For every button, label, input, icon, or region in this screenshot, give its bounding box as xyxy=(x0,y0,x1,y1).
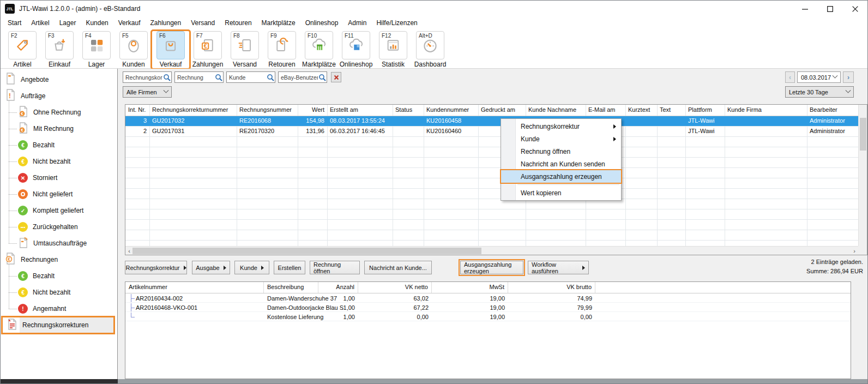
menu-zahlungen[interactable]: Zahlungen xyxy=(145,18,186,28)
toolbar-button-statistik[interactable]: F12 Statistik xyxy=(375,31,412,68)
date-prev-button[interactable]: ‹ xyxy=(785,71,795,83)
sidebar-item-nicht-geliefert[interactable]: Nicht geliefert xyxy=(1,186,117,202)
article-row[interactable]: AR20160468-VKO-001 Damen-Outdoorjacke Bl… xyxy=(125,303,851,312)
column-header[interactable]: Rechnungsnummer xyxy=(237,105,298,116)
scrollbar-thumb[interactable] xyxy=(132,248,481,254)
sidebar-item-umtauschauftraege[interactable]: Umtauschaufträge xyxy=(1,235,117,251)
ausgangszahlung-erzeugen-button[interactable]: Ausgangszahlung erzeugen xyxy=(460,261,523,274)
toolbar-button-marktplaetze[interactable]: F10 Marktplätze xyxy=(300,31,337,68)
toolbar-button-einkauf[interactable]: F3 Einkauf xyxy=(41,31,78,68)
ausgabe-menu-button[interactable]: Ausgabe xyxy=(192,261,230,274)
context-item-wert-kopieren[interactable]: Wert kopieren xyxy=(501,187,621,199)
kunde-search-input[interactable] xyxy=(229,72,266,82)
menu-lager[interactable]: Lager xyxy=(55,18,81,28)
horizontal-scrollbar[interactable]: ‹ › xyxy=(125,246,858,255)
menu-start[interactable]: Start xyxy=(3,18,26,28)
column-header[interactable]: Int. Nr. xyxy=(125,105,149,116)
menu-admin[interactable]: Admin xyxy=(343,18,371,28)
toolbar-button-dashboard[interactable]: Alt+D Dashboard xyxy=(412,31,449,68)
context-item-kunde[interactable]: Kunde xyxy=(501,133,621,145)
column-header[interactable]: Erstellt am xyxy=(327,105,393,116)
sidebar-item-komplett-geliefert[interactable]: ✓ Komplett geliefert xyxy=(1,202,117,219)
column-header[interactable]: VK brutto xyxy=(508,282,595,293)
sidebar-item-rechnungskorrekturen[interactable]: Rechnungskorrekturen xyxy=(2,317,114,333)
date-picker[interactable]: 08.03.2017 xyxy=(797,71,841,83)
sidebar-item-angebote[interactable]: Angebote xyxy=(1,71,117,88)
toolbar-button-verkauf[interactable]: F6 Verkauf xyxy=(152,31,189,68)
article-row[interactable]: Kostenlose Lieferung 1,00 0,00 19,00 0,0… xyxy=(125,312,851,321)
column-header[interactable]: Rechnungskorrekturnummer xyxy=(149,105,237,116)
toolbar-button-zahlungen[interactable]: F7 € Zahlungen xyxy=(189,31,226,68)
column-header[interactable]: Kunde Nachname xyxy=(526,105,586,116)
company-filter-dropdown[interactable]: Alle Firmen xyxy=(123,86,172,98)
close-button[interactable] xyxy=(842,1,867,17)
scroll-left-icon[interactable]: ‹ xyxy=(125,247,133,255)
rechnung-search-input[interactable] xyxy=(177,72,214,82)
sidebar-item-rechnungen-nicht-bezahlt[interactable]: € Nicht bezahlt xyxy=(1,284,117,301)
menu-onlineshop[interactable]: Onlineshop xyxy=(300,18,343,28)
table-row[interactable]: 3 GU2017032 RE2016068 154,98 08.03.2017 … xyxy=(125,116,867,127)
column-header[interactable]: Text xyxy=(657,105,685,116)
column-header[interactable]: Artikelnummer xyxy=(125,282,264,293)
menu-kunden[interactable]: Kunden xyxy=(81,18,113,28)
context-item-rechnung-oeffnen[interactable]: Rechnung öffnen xyxy=(501,145,621,158)
column-header[interactable]: Plattform xyxy=(685,105,725,116)
toolbar-button-artikel[interactable]: F2 Artikel xyxy=(4,31,41,68)
menu-hilfe-lizenzen[interactable]: Hilfe/Lizenzen xyxy=(371,18,422,28)
sidebar-item-rechnungen-bezahlt[interactable]: € Bezahlt xyxy=(1,268,117,284)
menu-versand[interactable]: Versand xyxy=(186,18,220,28)
ebay-benutzer-search-input[interactable] xyxy=(281,72,318,82)
sidebar-item-bezahlt[interactable]: € Bezahlt xyxy=(1,137,117,153)
sidebar-item-auftraege[interactable]: ! Aufträge xyxy=(1,88,117,104)
period-filter-dropdown[interactable]: Letzte 30 Tage xyxy=(785,86,854,98)
menu-verkauf[interactable]: Verkauf xyxy=(113,18,146,28)
column-header[interactable]: MwSt xyxy=(432,282,508,293)
kunde-menu-button[interactable]: Kunde xyxy=(234,261,269,274)
column-header[interactable]: VK netto xyxy=(358,282,432,293)
column-header[interactable]: Beschreibung xyxy=(264,282,318,293)
column-header[interactable]: Anzahl xyxy=(318,282,358,293)
article-row[interactable]: AR20160434-002 Damen-Wanderschuhe 37 1,0… xyxy=(125,293,851,303)
column-header[interactable]: Gedruckt am xyxy=(478,105,526,116)
rechnungskorrektur-menu-button[interactable]: Rechnungskorrektur xyxy=(125,261,187,274)
toolbar-button-retouren[interactable]: F9 Retouren xyxy=(263,31,300,68)
rechnungskorrektur-search-input[interactable] xyxy=(125,72,162,82)
context-item-ausgangszahlung-erzeugen[interactable]: Ausgangszahlung erzeugen xyxy=(501,170,621,183)
sidebar-item-storniert[interactable]: ✕ Storniert xyxy=(1,170,117,186)
close-icon xyxy=(852,6,858,12)
context-item-nachricht-senden[interactable]: Nachricht an Kunden senden xyxy=(501,158,621,170)
table-row[interactable]: 2 GU2017031 RE20170320 131,96 06.03.2017… xyxy=(125,127,867,137)
menu-marktplaetze[interactable]: Marktplätze xyxy=(257,18,300,28)
column-header[interactable]: Status xyxy=(393,105,424,116)
toolbar-button-versand[interactable]: F8 Versand xyxy=(226,31,263,68)
workflow-ausfuehren-menu-button[interactable]: Workflow ausführen xyxy=(528,261,589,274)
column-header[interactable]: Kunde Firma xyxy=(725,105,807,116)
sidebar-item-ohne-rechnung[interactable]: € Ohne Rechnung xyxy=(1,104,117,121)
vertical-scrollbar[interactable] xyxy=(858,105,867,246)
toolbar-button-onlineshop[interactable]: F11 Onlineshop xyxy=(337,31,375,68)
minimize-button[interactable] xyxy=(792,1,817,17)
rechnung-oeffnen-button[interactable]: Rechnung öffnen xyxy=(310,261,360,274)
column-header[interactable]: E-Mail am xyxy=(586,105,625,116)
column-header[interactable]: Wert xyxy=(298,105,327,116)
toolbar-button-kunden[interactable]: F5 Kunden xyxy=(115,31,152,68)
clear-filters-button[interactable] xyxy=(331,72,341,82)
maximize-button[interactable] xyxy=(817,1,842,17)
context-item-rechnungskorrektur[interactable]: Rechnungskorrektur xyxy=(501,120,621,133)
column-header[interactable]: Kundennummer xyxy=(424,105,478,116)
nachricht-an-kunde-button[interactable]: Nachricht an Kunde... xyxy=(364,261,432,274)
sidebar-item-mit-rechnung[interactable]: € Mit Rechnung xyxy=(1,121,117,137)
date-next-button[interactable]: › xyxy=(843,71,854,83)
toolbar-button-lager[interactable]: F4 Lager xyxy=(78,31,115,68)
shopping-bag-icon xyxy=(162,37,179,56)
menu-artikel[interactable]: Artikel xyxy=(26,18,54,28)
erstellen-button[interactable]: Erstellen xyxy=(274,261,305,274)
sidebar-item-rechnungen[interactable]: € Rechnungen xyxy=(1,251,117,268)
sidebar-item-angemahnt[interactable]: ! Angemahnt xyxy=(1,301,117,317)
scroll-right-icon[interactable]: › xyxy=(851,247,858,255)
sidebar-item-nicht-bezahlt[interactable]: € Nicht bezahlt xyxy=(1,153,117,170)
menu-retouren[interactable]: Retouren xyxy=(220,18,256,28)
column-header[interactable]: Kurztext xyxy=(625,105,657,116)
sidebar-item-zurueckgehalten[interactable]: ••• Zurückgehalten xyxy=(1,219,117,235)
scrollbar-thumb[interactable] xyxy=(860,118,866,151)
